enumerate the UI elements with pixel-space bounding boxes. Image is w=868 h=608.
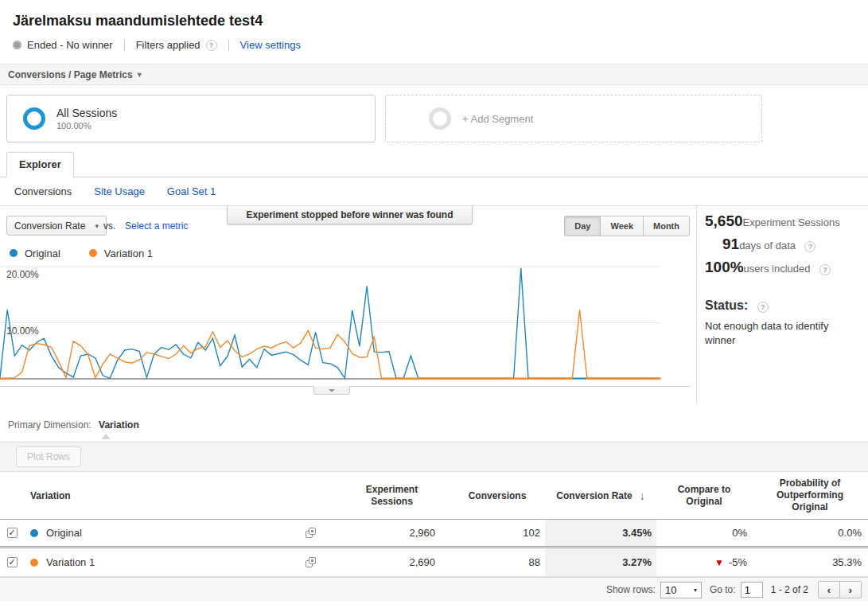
- subtab-conversions[interactable]: Conversions: [14, 185, 72, 197]
- month-button[interactable]: Month: [643, 216, 690, 236]
- explorer-body: Conversion Rate ▾ vs. Select a metric Ex…: [0, 206, 868, 407]
- tab-bar: Explorer: [0, 152, 868, 177]
- segment-percent: 100.00%: [56, 121, 117, 131]
- y-axis-label-10: 10.00%: [6, 325, 39, 337]
- sessions-value: 2,690: [334, 548, 450, 576]
- variations-table: Variation Experiment Sessions Conversion…: [0, 472, 868, 577]
- dimension-caret-icon: [101, 434, 111, 439]
- table-header-row: Variation Experiment Sessions Conversion…: [0, 472, 868, 520]
- probability-value: 0.0%: [752, 520, 868, 546]
- metric-group-label: Conversions / Page Metrics: [8, 69, 133, 80]
- experiment-stats-panel: 5,650Experiment Sessions 91days of data …: [696, 206, 868, 403]
- table-footer: Show rows: 10 ▾ Go to: 1 - 2 of 2 ‹ ›: [0, 577, 868, 602]
- open-variation-icon[interactable]: [306, 557, 316, 567]
- primary-dimension-label: Primary Dimension:: [8, 419, 91, 431]
- plot-rows-button[interactable]: Plot Rows: [16, 446, 81, 467]
- primary-dimension-row: Primary Dimension: Variation: [0, 407, 868, 442]
- chart-collapse-button[interactable]: [313, 386, 350, 395]
- ended-status-icon: [13, 41, 21, 49]
- column-header-probability[interactable]: Probability of Outperforming Original: [752, 477, 868, 513]
- metric-dropdown[interactable]: Conversion Rate ▾: [6, 216, 107, 236]
- day-button[interactable]: Day: [564, 216, 601, 236]
- table-row-variation-1: ✓ Variation 1 2,690 88 3.27% ▼ -5% 35.3%: [0, 548, 868, 577]
- subtab-site-usage[interactable]: Site Usage: [94, 185, 145, 197]
- collapse-arrow-icon: [329, 389, 335, 392]
- row-checkbox[interactable]: ✓: [7, 528, 18, 538]
- decrease-arrow-icon: ▼: [714, 557, 724, 568]
- variation-series-dot-icon: [30, 559, 38, 567]
- column-header-experiment-sessions[interactable]: Experiment Sessions: [334, 484, 450, 508]
- page-title: Järelmaksu maandumislehtede test4: [13, 13, 855, 29]
- vs-label: vs.: [103, 220, 115, 232]
- add-segment-button[interactable]: + Add Segment: [385, 95, 762, 142]
- status-block: Status: ? Not enough data to identify wi…: [705, 298, 863, 347]
- legend-item-original: Original: [10, 247, 60, 259]
- column-header-conversion-rate[interactable]: Conversion Rate ↓: [545, 489, 656, 502]
- metric-dropdown-label: Conversion Rate: [14, 220, 85, 232]
- y-axis-label-20: 20.00%: [6, 269, 39, 280]
- legend-item-variation-1: Variation 1: [89, 247, 153, 259]
- status-text: Not enough data to identify winner: [705, 319, 848, 347]
- help-icon[interactable]: ?: [804, 241, 815, 252]
- primary-dimension-value[interactable]: Variation: [99, 419, 139, 431]
- separator: [228, 40, 229, 51]
- conversions-value: 102: [450, 520, 545, 546]
- chevron-down-icon: ▾: [694, 587, 697, 594]
- stat-users-label: users included: [744, 263, 811, 275]
- conversion-rate-value: 3.45%: [545, 520, 656, 546]
- previous-page-button[interactable]: ‹: [818, 581, 840, 598]
- original-series-dot-icon: [10, 249, 18, 257]
- select-metric-link[interactable]: Select a metric: [125, 220, 188, 232]
- page-header: Järelmaksu maandumislehtede test4 Ended …: [0, 0, 868, 64]
- legend-label: Variation 1: [104, 247, 153, 259]
- series-line-original: [0, 268, 660, 378]
- tab-explorer[interactable]: Explorer: [6, 152, 74, 177]
- show-rows-label: Show rows:: [606, 584, 656, 595]
- stat-sessions-label: Experiment Sessions: [743, 216, 840, 228]
- help-icon[interactable]: ?: [819, 264, 831, 275]
- variation-name: Original: [46, 527, 82, 539]
- view-settings-link[interactable]: View settings: [240, 39, 301, 51]
- show-rows-value: 10: [665, 584, 676, 596]
- sort-descending-icon[interactable]: ↓: [640, 489, 645, 502]
- chevron-down-icon: ▾: [95, 222, 99, 230]
- subtab-goal-set-1[interactable]: Goal Set 1: [167, 185, 216, 197]
- goto-label: Go to:: [710, 584, 736, 595]
- help-icon[interactable]: ?: [206, 40, 217, 51]
- all-sessions-segment[interactable]: All Sessions 100.00%: [6, 95, 376, 142]
- stat-days-value: 91: [722, 236, 739, 252]
- column-header-conversions[interactable]: Conversions: [450, 490, 545, 501]
- separator: [124, 40, 125, 51]
- week-button[interactable]: Week: [600, 216, 644, 236]
- chevron-down-icon: ▾: [138, 70, 142, 79]
- conversion-rate-value: 3.27%: [545, 548, 656, 576]
- stat-days: 91days of data ?: [705, 236, 863, 253]
- original-series-dot-icon: [30, 529, 38, 537]
- open-variation-icon[interactable]: [306, 528, 316, 538]
- subtab-bar: Conversions Site Usage Goal Set 1: [0, 177, 868, 206]
- segment-ring-icon: [23, 107, 45, 130]
- pagination: ‹ ›: [818, 581, 862, 598]
- variation-name: Variation 1: [46, 556, 95, 568]
- next-page-button[interactable]: ›: [839, 581, 862, 598]
- experiment-notification: Experiment stopped before winner was fou…: [227, 206, 473, 224]
- experiment-chart: 20.00% 10.00%: [0, 263, 691, 383]
- granularity-switcher: Day Week Month: [564, 216, 690, 236]
- probability-value: 35.3%: [752, 548, 868, 576]
- stat-sessions-value: 5,650: [705, 212, 743, 229]
- stat-users-value: 100%: [705, 259, 744, 275]
- add-segment-label: + Add Segment: [462, 113, 533, 125]
- goto-page-input[interactable]: [741, 582, 763, 598]
- metric-group-bar[interactable]: Conversions / Page Metrics ▾: [0, 64, 868, 85]
- column-header-compare-to-original[interactable]: Compare to Original: [656, 484, 752, 508]
- table-row-original: ✓ Original 2,960 102 3.45% 0% 0.0%: [0, 520, 868, 548]
- column-header-variation[interactable]: Variation: [24, 490, 286, 501]
- help-icon[interactable]: ?: [757, 302, 769, 313]
- experiment-status-text: Ended - No winner: [27, 39, 113, 51]
- stat-sessions: 5,650Experiment Sessions: [705, 212, 863, 230]
- segments-row: All Sessions 100.00% + Add Segment: [0, 85, 868, 152]
- row-checkbox[interactable]: ✓: [7, 557, 18, 567]
- stat-days-label: days of data: [739, 240, 796, 251]
- show-rows-select[interactable]: 10 ▾: [660, 582, 702, 598]
- chart-toolbar: Conversion Rate ▾ vs. Select a metric Ex…: [0, 206, 691, 243]
